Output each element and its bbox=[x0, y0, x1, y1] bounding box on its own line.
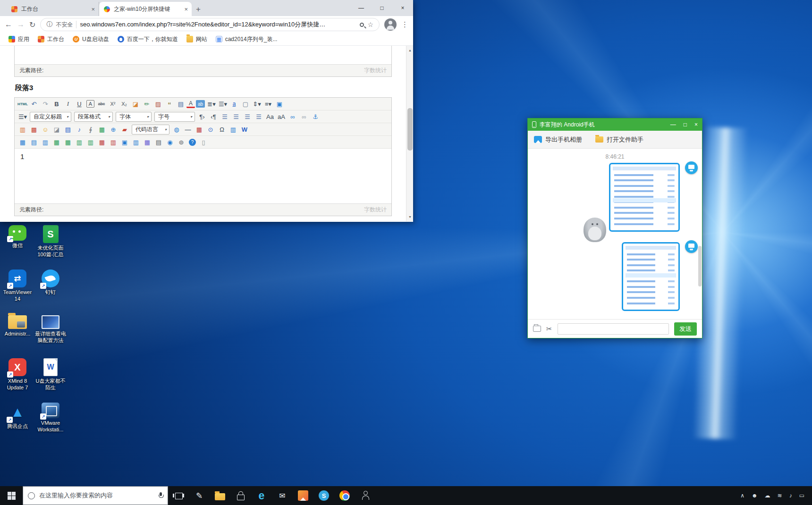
reload-button[interactable]: ↻ bbox=[29, 20, 35, 29]
paper-icon[interactable]: ▢ bbox=[240, 99, 251, 109]
insert-row-below-icon[interactable]: ▦ bbox=[62, 137, 74, 147]
send-button[interactable]: 发送 bbox=[674, 322, 697, 336]
gallery-icon[interactable]: ▩ bbox=[28, 125, 40, 135]
taskbar-search[interactable]: 在这里输入你要搜索的内容 bbox=[23, 486, 168, 505]
align-right-icon[interactable]: ☰ bbox=[242, 112, 253, 122]
message-input[interactable] bbox=[558, 323, 669, 335]
taskbar-photos-icon[interactable] bbox=[293, 486, 313, 505]
taskbar-file-explorer-icon[interactable] bbox=[210, 486, 230, 505]
insert-row-above-icon[interactable]: ▦ bbox=[51, 137, 62, 147]
list-style-icon[interactable]: ☰▾ bbox=[17, 112, 28, 122]
code-language-select[interactable]: 代码语言▾ bbox=[132, 125, 169, 135]
taskbar-pen-app-icon[interactable]: ✎ bbox=[189, 486, 210, 505]
clock-icon[interactable]: ⊙ bbox=[205, 125, 216, 135]
merge-cells-icon[interactable]: ▣ bbox=[119, 137, 130, 147]
scrollbar-thumb[interactable] bbox=[407, 108, 413, 151]
image-icon[interactable]: ▥ bbox=[17, 125, 28, 135]
bookmark-udisk[interactable]: U盘启动盘 bbox=[69, 35, 113, 43]
find-icon[interactable]: ⊚ bbox=[176, 137, 187, 147]
bookmark-cad2014[interactable]: cad2014序列号_装... bbox=[212, 35, 281, 43]
site-info-icon[interactable]: ⓘ bbox=[46, 20, 52, 29]
desktop-icon-qidian[interactable]: ▲ 腾讯企点 bbox=[1, 401, 34, 446]
new-tab-button[interactable]: + bbox=[192, 3, 205, 16]
fullscreen-icon[interactable]: ▣ bbox=[274, 99, 285, 109]
taskbar-people-icon[interactable] bbox=[355, 486, 376, 505]
custom-title-select[interactable]: 自定义标题▾ bbox=[30, 112, 71, 122]
paste-icon[interactable]: ▯ bbox=[198, 137, 209, 147]
minimize-button[interactable]: — bbox=[670, 121, 676, 128]
screenshot-message-2[interactable] bbox=[622, 242, 680, 311]
insert-link-icon[interactable]: ∞ bbox=[287, 112, 298, 122]
font-border-icon[interactable]: A bbox=[86, 100, 94, 108]
forward-button[interactable]: → bbox=[17, 20, 25, 29]
tray-action-center-icon[interactable]: ▭ bbox=[799, 492, 804, 499]
lowercase-icon[interactable]: aA bbox=[276, 112, 287, 122]
tab-win10-splitscreen[interactable]: 之家-win10分屏快捷键 × bbox=[99, 2, 192, 16]
tray-network-icon[interactable]: ≋ bbox=[778, 492, 782, 499]
align-menu-icon[interactable]: ≡▾ bbox=[262, 99, 274, 109]
split-cells-icon[interactable]: ▥ bbox=[130, 137, 142, 147]
desktop-icon-teamviewer[interactable]: ⇄ TeamViewer 14 bbox=[1, 268, 34, 312]
globe-icon[interactable]: ◍ bbox=[171, 125, 182, 135]
hr-icon[interactable]: — bbox=[182, 125, 194, 135]
browser-menu-icon[interactable]: ⋮ bbox=[401, 20, 408, 29]
desktop-icon-pc-config-doc[interactable]: 最详细查看电 脑配置方法 bbox=[34, 312, 67, 357]
print-icon[interactable]: ▤ bbox=[153, 137, 164, 147]
align-center-icon[interactable]: ☰ bbox=[230, 112, 242, 122]
line-spacing-icon[interactable]: ⇕▾ bbox=[251, 99, 262, 109]
back-button[interactable]: ← bbox=[5, 20, 12, 29]
desktop-icon-udisk-doc[interactable]: W U盘大家都不 陌生 bbox=[34, 357, 67, 401]
editor-content[interactable]: 1 bbox=[15, 149, 391, 203]
html-source-icon[interactable]: HTML bbox=[17, 99, 28, 109]
unordered-list-icon[interactable]: ☰▾ bbox=[217, 99, 228, 109]
view-on-pc-icon[interactable] bbox=[685, 240, 698, 253]
maximize-button[interactable]: □ bbox=[372, 0, 392, 16]
redo-icon[interactable]: ↷ bbox=[40, 99, 51, 109]
music-icon[interactable]: ♪ bbox=[74, 125, 85, 135]
template-icon[interactable]: ▤ bbox=[175, 99, 186, 109]
layout-icon[interactable]: ▥ bbox=[228, 125, 239, 135]
superscript-icon[interactable]: X² bbox=[107, 99, 118, 109]
desktop-icon-admin-folder[interactable]: Administr... bbox=[1, 312, 34, 357]
tray-volume-icon[interactable]: ♪ bbox=[789, 492, 792, 499]
map-icon[interactable]: ⊕ bbox=[108, 125, 119, 135]
taskbar-mail-icon[interactable]: ✉ bbox=[272, 486, 293, 505]
anchor-icon[interactable]: ⚓ bbox=[310, 112, 321, 122]
zoom-icon[interactable] bbox=[360, 23, 364, 27]
align-justify-icon[interactable]: ☰ bbox=[253, 112, 264, 122]
word-import-icon[interactable]: W bbox=[239, 125, 250, 135]
tab-close-icon[interactable]: × bbox=[91, 6, 95, 13]
chat-scrollbar-thumb[interactable] bbox=[698, 246, 702, 286]
table-properties-icon[interactable]: ▤ bbox=[28, 137, 40, 147]
bookmark-star-icon[interactable]: ☆ bbox=[367, 21, 373, 28]
tray-cloud-icon[interactable]: ☁ bbox=[765, 492, 770, 499]
taskbar-skype-icon[interactable]: S bbox=[313, 486, 334, 505]
font-color-icon[interactable]: A bbox=[186, 100, 195, 108]
uppercase-icon[interactable]: Aa bbox=[264, 112, 276, 122]
paragraph-format-select[interactable]: 段落格式▾ bbox=[74, 112, 113, 122]
taskbar-store-icon[interactable] bbox=[230, 486, 251, 505]
open-file-helper-button[interactable]: 打开文件助手 bbox=[595, 135, 643, 144]
desktop-icon-xmind[interactable]: X XMind 8 Update 7 bbox=[1, 357, 34, 401]
page-scrollbar[interactable]: ▲ ▼ bbox=[406, 46, 413, 221]
insert-col-right-icon[interactable]: ▥ bbox=[85, 137, 96, 147]
task-view-button[interactable] bbox=[168, 486, 189, 505]
word-count-link[interactable]: 字数统计 bbox=[364, 206, 387, 214]
undo-icon[interactable]: ↶ bbox=[28, 99, 40, 109]
tray-people-icon[interactable]: ☻ bbox=[752, 492, 758, 499]
close-button[interactable]: × bbox=[392, 0, 413, 16]
send-file-icon[interactable] bbox=[533, 326, 541, 332]
start-button[interactable] bbox=[0, 486, 23, 505]
address-bar[interactable]: ⓘ 不安全 seo.windows7en.com/index.php?r=sit… bbox=[40, 18, 380, 31]
bookmark-baidu[interactable]: 百度一下，你就知道 bbox=[114, 35, 182, 43]
flash-icon[interactable]: ▰ bbox=[119, 125, 130, 135]
insert-col-left-icon[interactable]: ▥ bbox=[74, 137, 85, 147]
bookmark-apps[interactable]: 应用 bbox=[5, 35, 33, 43]
link-icon[interactable]: a bbox=[228, 99, 240, 109]
microphone-icon[interactable] bbox=[159, 492, 163, 499]
desktop-icon-vmware[interactable]: VMware Workstati... bbox=[34, 401, 67, 446]
bookmark-workbench[interactable]: 工作台 bbox=[34, 35, 68, 43]
tab-close-icon[interactable]: × bbox=[184, 6, 188, 13]
table-icon[interactable]: ▦ bbox=[17, 137, 28, 147]
taskbar-chrome-icon[interactable] bbox=[334, 486, 355, 505]
